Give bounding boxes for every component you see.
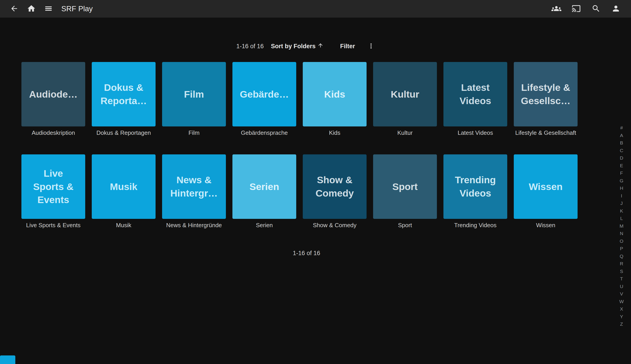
folder-tile-label: Musik bbox=[92, 222, 156, 229]
folder-tile[interactable]: Wissen bbox=[514, 154, 578, 219]
alphabet-letter[interactable]: V bbox=[620, 290, 623, 298]
folder-tile[interactable]: Live Sports & Events bbox=[22, 154, 85, 219]
folder-tile[interactable]: Gebärde… bbox=[232, 62, 296, 126]
folder-tile-label: Sport bbox=[373, 222, 437, 229]
folder-tile-label: Trending Videos bbox=[444, 222, 507, 229]
alphabet-letter[interactable]: M bbox=[620, 222, 624, 230]
library-folder-card[interactable]: Gebärde… Gebärdensprache bbox=[232, 62, 296, 136]
library-folder-card[interactable]: Sport Sport bbox=[373, 154, 437, 229]
page-title: SRF Play bbox=[61, 4, 93, 13]
alphabet-letter[interactable]: A bbox=[620, 132, 623, 139]
alphabet-letter[interactable]: J bbox=[620, 200, 623, 207]
alphabet-letter[interactable]: L bbox=[620, 214, 623, 222]
search-icon bbox=[592, 4, 600, 14]
library-grid: Audiode… Audiodeskription Dokus & Report… bbox=[22, 62, 578, 229]
alphabet-letter[interactable]: U bbox=[620, 283, 623, 290]
library-folder-card[interactable]: Musik Musik bbox=[92, 154, 156, 229]
library-folder-card[interactable]: Serien Serien bbox=[232, 154, 296, 229]
folder-tile-label: Wissen bbox=[514, 222, 578, 229]
library-folder-card[interactable]: Show & Comedy Show & Comedy bbox=[303, 154, 366, 229]
folder-tile[interactable]: Latest Videos bbox=[444, 62, 507, 126]
user-person-icon bbox=[612, 4, 620, 14]
folder-tile-label: Live Sports & Events bbox=[22, 222, 85, 229]
alphabet-letter[interactable]: W bbox=[619, 298, 624, 306]
alphabet-letter[interactable]: X bbox=[620, 305, 623, 313]
folder-tile-label: Gebärdensprache bbox=[232, 129, 296, 136]
folder-tile[interactable]: Audiode… bbox=[22, 62, 85, 126]
library-folder-card[interactable]: Lifestyle & Gesellsc… Lifestyle & Gesell… bbox=[514, 62, 578, 136]
home-icon bbox=[27, 4, 36, 14]
folder-tile-label: Kultur bbox=[373, 129, 437, 136]
library-folder-card[interactable]: Latest Videos Latest Videos bbox=[444, 62, 507, 136]
library-folder-card[interactable]: Dokus & Reporta… Dokus & Reportagen bbox=[92, 62, 156, 136]
folder-tile[interactable]: News & Hintergr… bbox=[162, 154, 226, 219]
bottom-left-accent-fragment bbox=[0, 356, 15, 364]
folder-tile-label: Film bbox=[162, 129, 226, 136]
alphabet-letter[interactable]: I bbox=[621, 192, 622, 200]
home-button[interactable] bbox=[24, 1, 39, 16]
sort-arrow-up-icon bbox=[318, 42, 324, 50]
user-profile-button[interactable] bbox=[608, 1, 623, 16]
library-folder-card[interactable]: Film Film bbox=[162, 62, 226, 136]
folder-tile[interactable]: Kultur bbox=[373, 62, 437, 126]
folder-tile[interactable]: Sport bbox=[373, 154, 437, 219]
groups-people-icon bbox=[552, 4, 561, 14]
cast-button[interactable] bbox=[569, 1, 584, 16]
library-folder-card[interactable]: Kultur Kultur bbox=[373, 62, 437, 136]
item-count-bottom: 1-16 of 16 bbox=[0, 250, 613, 257]
folder-tile[interactable]: Serien bbox=[232, 154, 296, 219]
search-button[interactable] bbox=[588, 1, 604, 16]
filter-button[interactable]: Filter bbox=[339, 42, 356, 50]
alphabet-letter[interactable]: N bbox=[620, 230, 623, 237]
sort-button-label: Sort by Folders bbox=[271, 43, 316, 50]
alphabet-picker: #ABCDEFGHIJKLMNOPQRSTUVWXYZ bbox=[617, 124, 626, 328]
top-app-bar: SRF Play bbox=[0, 0, 631, 18]
alphabet-letter[interactable]: S bbox=[620, 268, 623, 275]
folder-tile[interactable]: Musik bbox=[92, 154, 156, 219]
alphabet-letter[interactable]: F bbox=[620, 169, 623, 177]
alphabet-letter[interactable]: B bbox=[620, 139, 623, 147]
alphabet-letter[interactable]: Z bbox=[620, 320, 623, 328]
folder-tile-label: Show & Comedy bbox=[303, 222, 366, 229]
folder-tile[interactable]: Dokus & Reporta… bbox=[92, 62, 156, 126]
alphabet-letter[interactable]: T bbox=[620, 275, 623, 283]
alphabet-letter[interactable]: D bbox=[620, 154, 623, 162]
alphabet-letter[interactable]: H bbox=[620, 184, 623, 192]
folder-tile-label: Kids bbox=[303, 129, 366, 136]
library-folder-card[interactable]: Live Sports & Events Live Sports & Event… bbox=[22, 154, 85, 229]
folder-tile-label: News & Hintergründe bbox=[162, 222, 226, 229]
menu-button[interactable] bbox=[41, 1, 56, 16]
library-folder-card[interactable]: Kids Kids bbox=[303, 62, 366, 136]
library-folder-card[interactable]: Wissen Wissen bbox=[514, 154, 578, 229]
alphabet-letter[interactable]: K bbox=[620, 207, 623, 215]
header-left-group: SRF Play bbox=[0, 1, 93, 16]
folder-tile[interactable]: Lifestyle & Gesellsc… bbox=[514, 62, 578, 126]
folder-tile-label: Audiodeskription bbox=[22, 129, 85, 136]
hamburger-menu-icon bbox=[44, 4, 53, 14]
library-folder-card[interactable]: Trending Videos Trending Videos bbox=[444, 154, 507, 229]
library-folder-card[interactable]: Audiode… Audiodeskription bbox=[22, 62, 85, 136]
alphabet-letter[interactable]: G bbox=[620, 177, 623, 184]
alphabet-letter[interactable]: P bbox=[620, 245, 623, 252]
alphabet-letter[interactable]: Q bbox=[620, 252, 623, 260]
folder-tile[interactable]: Show & Comedy bbox=[303, 154, 366, 219]
folder-tile[interactable]: Film bbox=[162, 62, 226, 126]
library-folder-card[interactable]: News & Hintergr… News & Hintergründe bbox=[162, 154, 226, 229]
alphabet-letter[interactable]: C bbox=[620, 147, 623, 154]
vertical-dots-icon bbox=[367, 42, 375, 50]
syncplay-button[interactable] bbox=[549, 1, 564, 16]
alphabet-letter[interactable]: # bbox=[620, 124, 623, 132]
folder-tile-label: Lifestyle & Gesellschaft bbox=[514, 129, 578, 136]
sort-button[interactable]: Sort by Folders bbox=[270, 42, 325, 50]
folder-tile-label: Dokus & Reportagen bbox=[92, 129, 156, 136]
item-count-top: 1-16 of 16 bbox=[236, 43, 264, 50]
alphabet-letter[interactable]: E bbox=[620, 162, 623, 170]
back-button[interactable] bbox=[7, 1, 22, 16]
alphabet-letter[interactable]: O bbox=[620, 237, 623, 245]
folder-tile[interactable]: Kids bbox=[303, 62, 366, 126]
more-options-button[interactable] bbox=[366, 40, 377, 52]
alphabet-letter[interactable]: R bbox=[620, 260, 623, 268]
folder-tile[interactable]: Trending Videos bbox=[444, 154, 507, 219]
alphabet-letter[interactable]: Y bbox=[620, 313, 623, 320]
folder-tile-label: Serien bbox=[232, 222, 296, 229]
